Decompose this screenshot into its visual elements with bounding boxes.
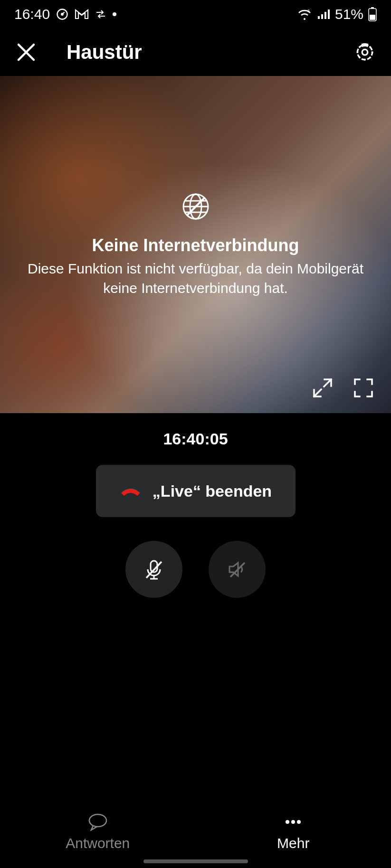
end-live-button[interactable]: „Live“ beenden (96, 465, 296, 517)
svg-point-27 (89, 814, 106, 827)
status-bar: 16:40 6 51% (0, 0, 391, 28)
svg-point-29 (291, 820, 295, 824)
nav-mehr[interactable]: Mehr (196, 797, 391, 868)
close-button[interactable] (14, 40, 38, 64)
end-live-label: „Live“ beenden (153, 482, 272, 500)
fullscreen-icon (352, 377, 375, 399)
nav-antworten[interactable]: Antworten (0, 797, 196, 868)
error-message: Diese Funktion ist nicht verfügbar, da d… (20, 259, 372, 298)
speech-bubble-icon (87, 813, 108, 830)
svg-rect-6 (328, 9, 330, 19)
svg-rect-4 (321, 14, 323, 19)
expand-button[interactable] (309, 375, 336, 401)
status-time: 16:40 (14, 6, 50, 22)
bottom-nav: Antworten Mehr (0, 797, 391, 868)
error-title: Keine Internetverbindung (92, 236, 299, 255)
nav-label: Mehr (277, 835, 309, 851)
svg-rect-9 (370, 15, 375, 20)
app-header: Haustür (0, 28, 391, 76)
svg-point-28 (286, 820, 289, 824)
signal-icon (317, 9, 330, 20)
battery-icon (368, 7, 377, 21)
speedometer-icon (56, 8, 69, 21)
close-icon (16, 42, 37, 63)
status-left: 16:40 (14, 6, 116, 22)
gear-icon (354, 42, 375, 63)
speaker-off-icon (225, 557, 249, 582)
svg-line-20 (324, 379, 331, 387)
fullscreen-button[interactable] (350, 375, 377, 401)
mic-off-icon (142, 557, 166, 582)
svg-point-1 (61, 13, 63, 15)
page-title: Haustür (67, 41, 353, 64)
mute-speaker-button[interactable] (209, 541, 266, 598)
dot-icon (113, 12, 116, 16)
status-right: 6 51% (297, 6, 377, 22)
live-controls: 16:40:05 „Live“ beenden (0, 413, 391, 598)
battery-text: 51% (335, 6, 363, 22)
hangup-icon (119, 482, 142, 500)
settings-button[interactable] (353, 40, 377, 64)
svg-rect-5 (324, 12, 326, 19)
home-indicator[interactable] (143, 859, 248, 863)
svg-point-12 (362, 49, 368, 55)
mute-mic-button[interactable] (125, 541, 182, 598)
gmail-icon (75, 9, 89, 20)
more-icon (283, 813, 304, 830)
svg-text:6: 6 (307, 9, 310, 13)
video-preview: Keine Internetverbindung Diese Funktion … (0, 76, 391, 413)
svg-rect-8 (371, 7, 374, 9)
svg-rect-3 (318, 16, 320, 19)
nav-label: Antworten (66, 835, 130, 851)
svg-point-30 (297, 820, 301, 824)
wifi-icon: 6 (297, 9, 312, 20)
expand-icon (311, 377, 334, 399)
media-buttons (125, 541, 266, 598)
svg-line-21 (314, 389, 321, 396)
no-internet-icon (181, 191, 211, 224)
video-controls (309, 375, 377, 401)
swap-icon (95, 9, 107, 19)
live-timestamp: 16:40:05 (163, 430, 228, 448)
